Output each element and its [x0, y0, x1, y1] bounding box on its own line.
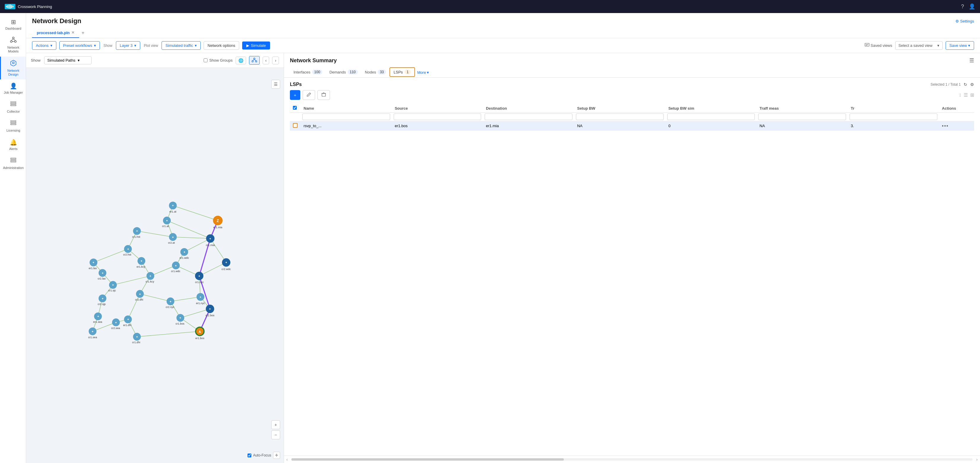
th-setup-bw-sim: Setup BW sim [665, 104, 757, 113]
svg-text:er1.dhi: er1.dhi [123, 324, 131, 327]
scrollbar-track[interactable] [291, 458, 973, 461]
tab-close-icon[interactable]: ✕ [72, 30, 75, 35]
filter-tr-input[interactable] [850, 113, 937, 120]
auto-focus-checkbox[interactable] [248, 453, 251, 457]
map-zoom-in-btn[interactable]: + [271, 420, 280, 429]
svg-text:✦: ✦ [97, 315, 99, 318]
scroll-left-arrow[interactable]: ‹ [285, 457, 289, 462]
more-chevron-icon [427, 70, 429, 75]
svg-point-8 [14, 41, 16, 42]
help-icon[interactable]: ? [961, 3, 964, 10]
simulate-play-icon: ▶ [247, 43, 249, 48]
map-globe-btn[interactable]: 🌐 [235, 57, 246, 64]
map-show-select[interactable]: Simulated Paths [44, 56, 92, 64]
svg-line-55 [113, 276, 150, 285]
auto-focus-crosshair-btn[interactable]: ✛ [273, 452, 280, 459]
sidebar-item-network-models[interactable]: Network Models [0, 33, 26, 56]
lsp-add-button[interactable]: + [290, 90, 300, 100]
cisco-logo: Crosswork Planning [5, 4, 52, 9]
network-options-button[interactable]: Network options [204, 41, 239, 50]
show-groups-checkbox[interactable] [204, 58, 207, 62]
select-all-checkbox[interactable] [293, 106, 297, 110]
lsp-title: LSPs [290, 82, 302, 87]
select-view-dropdown[interactable]: Select a saved view [895, 41, 943, 50]
svg-text:✦: ✦ [101, 272, 104, 275]
lsp-grid-icon[interactable]: ⊞ [970, 92, 974, 98]
simulate-button[interactable]: ▶ Simulate [242, 41, 270, 49]
svg-text:cr1.hst: cr1.hst [132, 235, 140, 238]
simulated-traffic-chevron-icon [195, 43, 197, 48]
sidebar-item-network-design[interactable]: Network Design [0, 57, 26, 80]
lsp-settings-icon[interactable]: ⚙ [970, 82, 974, 87]
filter-row [290, 113, 974, 121]
preset-workflows-button[interactable]: Preset workflows [59, 41, 100, 50]
tab-add-button[interactable]: + [79, 28, 87, 38]
row-name: rsvp_to_... [301, 121, 392, 131]
sidebar-item-alerts[interactable]: 🔔 Alerts [0, 136, 26, 154]
svg-rect-18 [11, 123, 16, 123]
filter-source-input[interactable] [394, 113, 481, 120]
sidebar-item-dashboard[interactable]: ⊞ Dashboard [0, 16, 26, 33]
summary-tab-nodes[interactable]: Nodes 33 [361, 67, 390, 77]
svg-text:cr2.nyc: cr2.nyc [166, 305, 175, 309]
map-nav-prev-btn[interactable]: ‹ [262, 57, 269, 64]
svg-text:✦: ✦ [225, 261, 228, 264]
scrollbar-thumb[interactable] [291, 458, 564, 461]
layer3-button[interactable]: Layer 3 [116, 41, 140, 50]
scroll-right-arrow[interactable]: › [975, 457, 979, 462]
lsp-edit-button[interactable] [303, 90, 315, 100]
map-topology-btn[interactable] [249, 56, 260, 65]
filter-bwsim-input[interactable] [667, 113, 755, 120]
lsp-actions-right: Selected 1 / Total 1 ↻ ⚙ [931, 82, 974, 87]
sidebar-label-licensing: Licensing [6, 129, 20, 132]
map-list-btn[interactable]: ☰ [271, 80, 280, 89]
map-nav-next-btn[interactable]: › [272, 57, 279, 64]
actions-button[interactable]: Actions [32, 41, 56, 50]
network-summary-title: Network Summary [290, 57, 337, 64]
content-area: Network Design ⚙ Settings processed-lab.… [26, 13, 980, 463]
lsp-selected-info: Selected 1 / Total 1 [931, 83, 961, 87]
lsp-list-icon[interactable]: ☰ [964, 92, 968, 98]
main-split: Show Simulated Paths Show Groups 🌐 [26, 53, 980, 463]
settings-link[interactable]: ⚙ Settings [955, 19, 974, 24]
simulated-traffic-button[interactable]: Simulated traffic [162, 41, 201, 50]
filter-dest-input[interactable] [485, 113, 573, 120]
filter-bw-input[interactable] [576, 113, 664, 120]
lsp-refresh-icon[interactable]: ↻ [964, 82, 967, 87]
sidebar-item-collector[interactable]: Collector [0, 97, 26, 116]
table-row[interactable]: rsvp_to_... er1.bos er1.mia NA 0 NA 3. •… [290, 121, 974, 131]
sidebar-item-licensing[interactable]: Licensing [0, 116, 26, 135]
lsps-count: 1 [405, 70, 411, 75]
svg-text:cr1.kcy: cr1.kcy [146, 280, 154, 283]
filter-traffic-input[interactable] [758, 113, 846, 120]
map-svg-area: Z er1.mia ✦ cr1.mia ✦ [26, 68, 284, 463]
user-icon[interactable]: 👤 [969, 3, 975, 10]
sidebar-item-job-manager[interactable]: 👤 Job Manager [0, 80, 26, 97]
svg-text:cr1.at: cr1.at [162, 225, 169, 228]
more-button[interactable]: More [415, 68, 431, 77]
map-toolbar: Show Simulated Paths Show Groups 🌐 [26, 53, 284, 68]
summary-tab-lsps[interactable]: LSPs 1 [390, 67, 415, 77]
filter-dest-cell [483, 113, 574, 121]
lsp-filter-icon[interactable]: ⫶ [959, 92, 961, 98]
alerts-icon: 🔔 [10, 139, 17, 146]
svg-text:✦: ✦ [140, 259, 143, 263]
svg-rect-21 [11, 159, 16, 161]
map-zoom-out-btn[interactable]: − [271, 430, 280, 439]
svg-text:✦: ✦ [172, 235, 174, 239]
summary-list-icon[interactable]: ☰ [969, 57, 974, 64]
svg-line-37 [173, 205, 218, 221]
row-ellipsis-button[interactable]: ••• [942, 123, 949, 129]
map-svg[interactable]: Z er1.mia ✦ cr1.mia ✦ [26, 68, 284, 463]
lsp-delete-button[interactable] [318, 90, 330, 100]
summary-tab-interfaces[interactable]: Interfaces 100 [290, 67, 326, 77]
filter-name-cell [301, 113, 392, 121]
sidebar-item-administration[interactable]: Administration [0, 154, 26, 173]
filter-name-input[interactable] [302, 113, 390, 120]
tab-processed-lab[interactable]: processed-lab.pln ✕ [32, 28, 79, 38]
summary-tabs: Interfaces 100 Demands 110 Nodes 33 LS [290, 67, 974, 77]
row-partial-checkbox[interactable] [293, 123, 298, 128]
save-view-button[interactable]: Save view [946, 41, 974, 50]
show-groups-checkbox-label[interactable]: Show Groups [204, 58, 233, 62]
summary-tab-demands[interactable]: Demands 110 [326, 67, 361, 77]
